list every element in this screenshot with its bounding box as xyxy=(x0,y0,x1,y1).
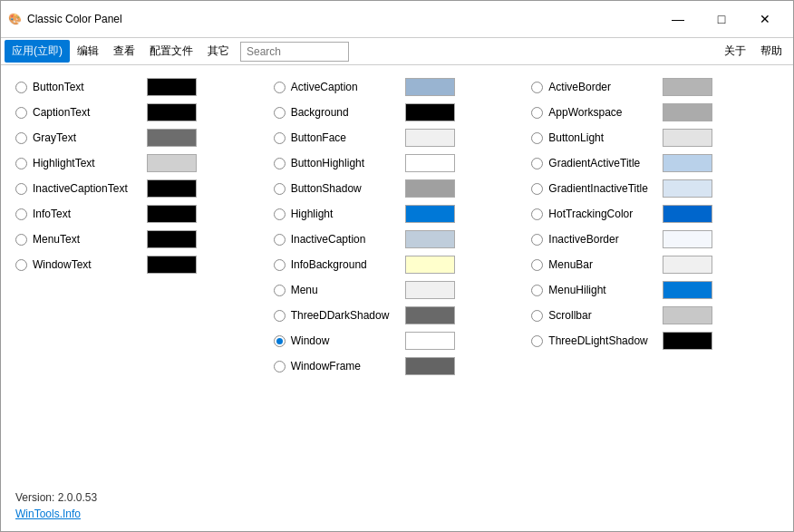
radio-button[interactable] xyxy=(531,107,543,119)
menu-view[interactable]: 查看 xyxy=(106,40,142,63)
color-swatch[interactable] xyxy=(147,205,197,223)
search-input[interactable] xyxy=(240,42,349,62)
color-swatch[interactable] xyxy=(405,179,455,198)
radio-button[interactable] xyxy=(531,259,543,271)
radio-button[interactable] xyxy=(274,335,286,347)
list-item[interactable]: InactiveCaptionText xyxy=(10,176,268,201)
radio-button[interactable] xyxy=(274,183,286,195)
radio-button[interactable] xyxy=(15,107,27,119)
menu-help[interactable]: 帮助 xyxy=(753,40,789,63)
list-item[interactable]: InactiveCaption xyxy=(268,227,527,252)
list-item[interactable]: ThreeDDarkShadow xyxy=(268,303,527,328)
list-item[interactable]: ButtonLight xyxy=(526,125,784,150)
color-swatch[interactable] xyxy=(663,103,712,121)
radio-button[interactable] xyxy=(531,234,543,246)
list-item[interactable]: InfoText xyxy=(10,201,268,227)
color-swatch[interactable] xyxy=(405,306,455,324)
wintools-link[interactable]: WinTools.Info xyxy=(10,506,268,522)
radio-button[interactable] xyxy=(531,183,543,195)
menu-edit[interactable]: 编辑 xyxy=(70,40,106,63)
list-item[interactable]: MenuBar xyxy=(526,252,784,277)
list-item[interactable]: Scrollbar xyxy=(526,303,784,328)
menu-other[interactable]: 其它 xyxy=(200,40,237,63)
list-item[interactable]: MenuHilight xyxy=(526,277,784,303)
list-item[interactable]: HighlightText xyxy=(10,150,268,176)
radio-button[interactable] xyxy=(274,361,286,372)
color-swatch[interactable] xyxy=(663,78,712,96)
color-swatch[interactable] xyxy=(147,179,197,198)
color-swatch[interactable] xyxy=(405,230,455,248)
color-swatch[interactable] xyxy=(405,129,455,147)
color-swatch[interactable] xyxy=(663,256,712,274)
radio-button[interactable] xyxy=(15,259,27,271)
radio-button[interactable] xyxy=(15,158,27,169)
radio-button[interactable] xyxy=(274,208,286,220)
list-item[interactable]: GradientActiveTitle xyxy=(526,150,784,176)
color-swatch[interactable] xyxy=(663,332,712,350)
radio-button[interactable] xyxy=(274,234,286,246)
color-swatch[interactable] xyxy=(663,179,712,198)
list-item[interactable]: GrayText xyxy=(10,125,268,150)
list-item[interactable]: InactiveBorder xyxy=(526,227,784,252)
list-item[interactable]: GradientInactiveTitle xyxy=(526,176,784,201)
radio-button[interactable] xyxy=(274,107,286,119)
list-item[interactable]: ButtonFace xyxy=(268,125,527,150)
color-swatch[interactable] xyxy=(405,205,455,223)
radio-button[interactable] xyxy=(531,335,543,347)
color-swatch[interactable] xyxy=(405,256,455,274)
list-item[interactable]: MenuText xyxy=(10,227,268,252)
color-swatch[interactable] xyxy=(147,78,197,96)
list-item[interactable]: AppWorkspace xyxy=(526,100,784,125)
minimize-button[interactable]: — xyxy=(657,6,699,32)
color-swatch[interactable] xyxy=(405,281,455,299)
list-item[interactable]: CaptionText xyxy=(10,100,268,125)
list-item[interactable]: ButtonHighlight xyxy=(268,150,527,176)
radio-button[interactable] xyxy=(15,208,27,220)
list-item[interactable]: Background xyxy=(268,100,527,125)
color-swatch[interactable] xyxy=(405,357,455,375)
radio-button[interactable] xyxy=(15,183,27,195)
color-swatch[interactable] xyxy=(405,332,455,350)
color-swatch[interactable] xyxy=(147,129,197,147)
radio-button[interactable] xyxy=(531,158,543,169)
color-swatch[interactable] xyxy=(663,306,712,324)
radio-button[interactable] xyxy=(274,132,286,144)
list-item[interactable]: WindowText xyxy=(10,252,268,277)
radio-button[interactable] xyxy=(531,132,543,144)
radio-button[interactable] xyxy=(15,82,27,93)
color-swatch[interactable] xyxy=(405,154,455,172)
color-swatch[interactable] xyxy=(147,103,197,121)
color-swatch[interactable] xyxy=(147,154,197,172)
radio-button[interactable] xyxy=(274,310,286,322)
radio-button[interactable] xyxy=(274,82,286,93)
menu-config[interactable]: 配置文件 xyxy=(142,40,200,63)
list-item[interactable]: HotTrackingColor xyxy=(526,201,784,227)
close-button[interactable]: ✕ xyxy=(744,6,786,32)
list-item[interactable]: ButtonShadow xyxy=(268,176,527,201)
radio-button[interactable] xyxy=(531,208,543,220)
list-item[interactable]: ActiveCaption xyxy=(268,74,527,100)
list-item[interactable]: Highlight xyxy=(268,201,527,227)
menu-about[interactable]: 关于 xyxy=(717,40,753,63)
menu-apply[interactable]: 应用(立即) xyxy=(5,40,70,63)
list-item[interactable]: Window xyxy=(268,328,527,353)
radio-button[interactable] xyxy=(15,132,27,144)
radio-button[interactable] xyxy=(531,310,543,322)
radio-button[interactable] xyxy=(274,158,286,169)
radio-button[interactable] xyxy=(15,234,27,246)
radio-button[interactable] xyxy=(531,285,543,296)
radio-button[interactable] xyxy=(274,259,286,271)
list-item[interactable]: WindowFrame xyxy=(268,353,527,379)
list-item[interactable]: Menu xyxy=(268,277,527,303)
color-swatch[interactable] xyxy=(663,205,712,223)
color-swatch[interactable] xyxy=(663,230,712,248)
color-swatch[interactable] xyxy=(147,230,197,248)
list-item[interactable]: ActiveBorder xyxy=(526,74,784,100)
list-item[interactable]: InfoBackground xyxy=(268,252,527,277)
color-swatch[interactable] xyxy=(663,129,712,147)
color-swatch[interactable] xyxy=(663,281,712,299)
color-swatch[interactable] xyxy=(147,256,197,274)
color-swatch[interactable] xyxy=(405,103,455,121)
list-item[interactable]: ThreeDLightShadow xyxy=(526,328,784,353)
list-item[interactable]: ButtonText xyxy=(10,74,268,100)
